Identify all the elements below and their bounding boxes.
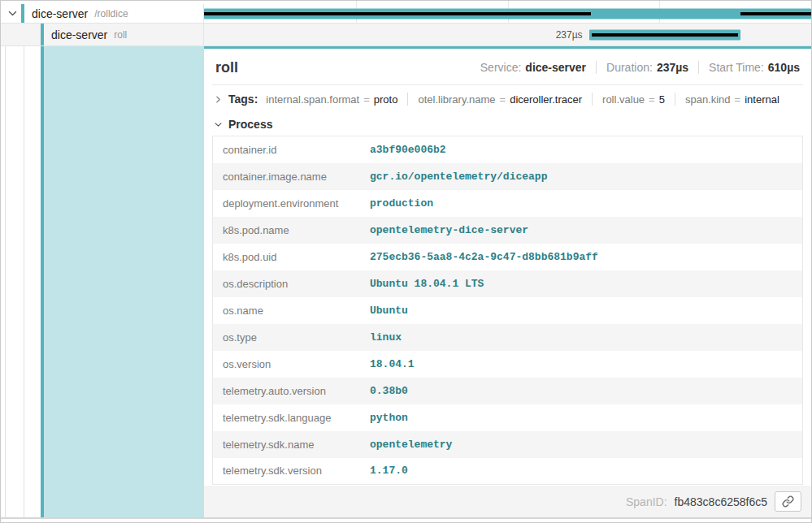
process-value: python <box>360 404 803 431</box>
process-table-row: os.type linux <box>213 324 803 351</box>
tag-divider <box>675 93 675 106</box>
tag-value: proto <box>374 93 398 106</box>
tag-value: 5 <box>659 93 665 106</box>
tag-key: roll.value <box>602 93 645 106</box>
process-key: k8s.pod.uid <box>213 244 361 270</box>
stat-divider <box>596 61 597 74</box>
chevron-right-icon <box>214 95 223 104</box>
process-value: Ubuntu 18.04.1 LTS <box>360 270 803 297</box>
process-table-row: telemetry.sdk.name opentelemetry <box>213 431 803 458</box>
span-overview-stats: Service: dice-server Duration: 237µs Sta… <box>480 61 800 74</box>
trace-span-rows-region: dice-server /rolldice dice-server roll 2… <box>1 1 811 46</box>
indent-guide <box>24 46 24 517</box>
process-label: Process <box>228 118 272 131</box>
process-table-row: telemetry.sdk.language python <box>213 404 803 431</box>
process-table-row: k8s.pod.uid 275ecb36-5aa8-4c2a-9c47-d8bb… <box>213 244 803 270</box>
service-label: Service: <box>480 61 522 74</box>
process-key: os.version <box>213 351 361 378</box>
process-accordion-toggle[interactable]: Process <box>212 113 803 136</box>
child-span-marker <box>740 12 811 15</box>
span-row[interactable]: dice-server roll 237µs <box>1 24 811 46</box>
process-value: a3bf90e006b2 <box>360 136 803 163</box>
detail-body: roll Service: dice-server Duration: 237µ… <box>1 46 811 517</box>
span-color-strip <box>21 4 24 23</box>
process-key: telemetry.sdk.name <box>213 431 361 458</box>
process-key: k8s.pod.name <box>213 217 361 244</box>
chevron-down-icon <box>214 120 223 129</box>
process-key: os.type <box>213 324 361 351</box>
process-table-row: container.id a3bf90e006b2 <box>213 136 803 163</box>
tags-accordion-toggle[interactable]: Tags: internal.span.format = proto otel.… <box>212 85 803 113</box>
tag-divider <box>407 93 408 106</box>
process-key: telemetry.sdk.language <box>213 404 361 431</box>
span-operation-name: /rolldice <box>94 8 128 19</box>
process-key: os.description <box>213 270 361 297</box>
process-table-row: os.name Ubuntu <box>213 297 803 324</box>
start-time-value: 610µs <box>768 61 800 74</box>
selected-span-fill <box>44 46 204 517</box>
link-icon <box>782 495 794 508</box>
process-key: container.image.name <box>213 163 361 190</box>
chevron-down-icon[interactable] <box>7 8 21 19</box>
child-span-marker <box>204 12 591 15</box>
tag-item: roll.value = 5 <box>602 93 665 106</box>
indent-spacer <box>7 24 27 45</box>
process-value: 1.17.0 <box>360 458 803 485</box>
page-bottom-strip <box>1 517 811 521</box>
tag-key: span.kind <box>685 93 731 106</box>
process-table-row: telemetry.auto.version 0.38b0 <box>213 378 803 404</box>
tag-equals: = <box>500 93 506 106</box>
process-table-row: telemetry.sdk.version 1.17.0 <box>213 458 803 485</box>
process-table-row: os.version 18.04.1 <box>213 351 803 378</box>
process-value: production <box>360 190 803 217</box>
tag-equals: = <box>649 93 655 106</box>
spanid-value: fb483c8c6258f6c5 <box>675 495 767 508</box>
tag-equals: = <box>735 93 741 106</box>
process-value: 18.04.1 <box>360 351 803 378</box>
timeline-cell[interactable]: 237µs <box>204 24 811 45</box>
process-key: os.name <box>213 297 361 324</box>
process-table-row: deployment.environment production <box>213 190 803 217</box>
span-color-strip <box>41 24 44 45</box>
deep-link-button[interactable] <box>775 491 801 512</box>
process-value: linux <box>360 324 803 351</box>
jaeger-trace-detail-page: dice-server /rolldice dice-server roll 2… <box>0 0 812 523</box>
span-detail-header: roll Service: dice-server Duration: 237µ… <box>212 49 803 85</box>
tags-list: internal.span.format = proto otel.librar… <box>266 93 779 106</box>
tag-item: otel.library.name = diceroller.tracer <box>418 93 582 106</box>
tag-key: internal.span.format <box>266 93 359 106</box>
tag-key: otel.library.name <box>418 93 495 106</box>
span-detail-footer: SpanID: fb483c8c6258f6c5 <box>204 486 811 517</box>
process-key: deployment.environment <box>213 190 361 217</box>
tags-label: Tags: <box>228 93 258 106</box>
process-key: container.id <box>213 136 361 163</box>
span-duration-label: 237µs <box>556 29 589 41</box>
span-rows: dice-server /rolldice dice-server roll 2… <box>1 4 811 46</box>
tag-divider <box>592 93 593 106</box>
process-table-row: k8s.pod.name opentelemetry-dice-server <box>213 217 803 244</box>
timeline-cell[interactable] <box>204 4 811 23</box>
span-row[interactable]: dice-server /rolldice <box>1 4 811 24</box>
span-name-cell[interactable]: dice-server roll <box>1 24 204 45</box>
process-value: opentelemetry <box>360 431 803 458</box>
tag-value: diceroller.tracer <box>510 93 582 106</box>
process-key: telemetry.sdk.version <box>213 458 361 485</box>
child-span-marker <box>592 33 739 37</box>
process-value: 275ecb36-5aa8-4c2a-9c47-d8bb681b9aff <box>360 244 803 270</box>
indent-guide <box>5 46 6 517</box>
duration-value: 237µs <box>657 61 688 74</box>
process-value: 0.38b0 <box>360 378 803 404</box>
process-table-row: container.image.name gcr.io/opentelemetr… <box>213 163 803 190</box>
tag-item: span.kind = internal <box>685 93 779 106</box>
span-name-cell[interactable]: dice-server /rolldice <box>1 4 204 23</box>
duration-label: Duration: <box>606 61 653 74</box>
tag-value: internal <box>745 93 779 106</box>
span-detail-panel: roll Service: dice-server Duration: 237µ… <box>204 46 811 517</box>
span-service-name: dice-server <box>51 28 107 41</box>
process-value: Ubuntu <box>360 297 803 324</box>
process-key: telemetry.auto.version <box>213 378 361 404</box>
tag-item: internal.span.format = proto <box>266 93 397 106</box>
process-value: gcr.io/opentelemetry/diceapp <box>360 163 803 190</box>
service-value: dice-server <box>525 61 586 74</box>
span-service-name: dice-server <box>32 7 88 20</box>
